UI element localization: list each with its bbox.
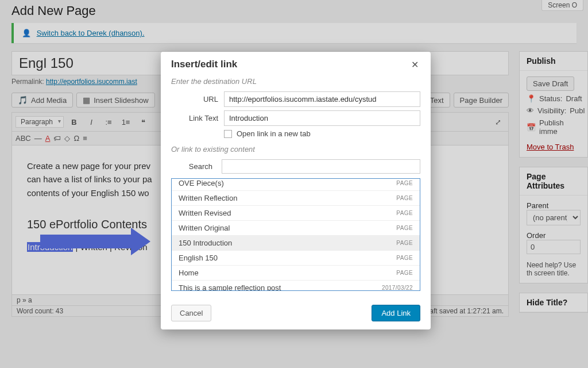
parent-label: Parent — [527, 201, 581, 210]
cancel-button[interactable]: Cancel — [171, 305, 211, 321]
wordcount-value: 43 — [56, 307, 63, 315]
publish-label: Publish imme — [539, 118, 581, 136]
insert-slideshow-label: Insert Slideshow — [94, 96, 148, 105]
parent-select[interactable]: (no parent) — [527, 210, 581, 225]
permalink-label: Permalink: — [11, 78, 44, 86]
result-title: 150 Introduction — [179, 239, 232, 247]
result-title: OVE Piece(s) — [179, 179, 224, 187]
quote-button[interactable]: ❝ — [136, 115, 150, 129]
editor-path: p » a — [17, 296, 32, 304]
result-tag: PAGE — [396, 180, 413, 186]
eye-icon: 👁 — [527, 106, 534, 115]
insert-link-modal: Insert/edit link ✕ Enter the destination… — [161, 52, 431, 329]
key-icon: 📍 — [527, 94, 536, 103]
result-row[interactable]: Written ReflectionPAGE — [172, 191, 420, 206]
modal-close-button[interactable]: ✕ — [409, 59, 420, 70]
attributes-help: Need help? Use th screen title. — [527, 261, 581, 277]
url-label: URL — [171, 95, 218, 103]
result-tag: 2017/03/22 — [382, 285, 413, 291]
page-heading: Add New Page — [11, 0, 577, 23]
fullscreen-icon[interactable]: ⤢ — [491, 115, 505, 129]
annotation-arrow — [40, 228, 155, 255]
bold-button[interactable]: B — [67, 115, 81, 129]
char-button[interactable]: Ω — [74, 134, 79, 143]
outdent-button[interactable]: ≡ — [83, 134, 87, 143]
result-row[interactable]: Written OriginalPAGE — [172, 221, 420, 236]
link-text-label: Link Text — [171, 114, 218, 122]
move-to-trash-link[interactable]: Move to Trash — [527, 143, 574, 151]
wordcount-label: Word count: — [17, 307, 53, 315]
url-input[interactable] — [224, 91, 420, 107]
result-tag: PAGE — [396, 225, 413, 231]
modal-title: Insert/edit link — [171, 59, 237, 70]
result-title: This is a sample reflection post — [179, 283, 281, 291]
slideshow-icon: ▦ — [83, 95, 90, 105]
page-attributes-title: Page Attributes — [520, 167, 587, 195]
status-label: Status: — [539, 94, 562, 103]
search-label: Search — [171, 162, 212, 171]
result-title: English 150 — [179, 254, 218, 262]
result-row[interactable]: HomePAGE — [172, 266, 420, 281]
order-input[interactable] — [527, 240, 581, 254]
add-link-button[interactable]: Add Link — [372, 305, 420, 321]
visibility-value: Publ — [570, 106, 585, 115]
hr-button[interactable]: — — [34, 134, 42, 143]
result-title: Written Revised — [179, 209, 231, 217]
result-tag: PAGE — [396, 255, 413, 261]
add-media-label: Add Media — [31, 96, 67, 105]
number-list-button[interactable]: 1≡ — [119, 115, 133, 129]
screen-options-tab[interactable]: Screen O — [541, 0, 583, 11]
result-row[interactable]: Written RevisedPAGE — [172, 206, 420, 221]
italic-button[interactable]: I — [84, 115, 98, 129]
search-results: OVE Piece(s)PAGEWritten ReflectionPAGEWr… — [171, 178, 420, 291]
result-row[interactable]: 150 IntroductionPAGE — [172, 236, 420, 251]
permalink-url[interactable]: http://eportfolios.isucomm.iast — [46, 78, 137, 86]
bullet-list-button[interactable]: :≡ — [102, 115, 115, 129]
switch-back-link[interactable]: Switch back to Derek (dhanson). — [37, 29, 145, 37]
visibility-label: Visibility: — [537, 106, 566, 115]
user-icon: 👤 — [22, 29, 31, 37]
close-icon: ✕ — [411, 59, 419, 70]
insert-slideshow-button[interactable]: ▦ Insert Slideshow — [76, 93, 154, 108]
result-title: Home — [179, 269, 199, 277]
new-tab-checkbox[interactable] — [224, 130, 232, 138]
format-select[interactable]: Paragraph — [16, 116, 64, 128]
result-tag: PAGE — [396, 240, 413, 246]
result-title: Written Original — [179, 224, 230, 232]
calendar-icon: 📅 — [527, 123, 536, 132]
result-title: Written Reflection — [179, 194, 237, 202]
hide-title-heading: Hide Title? — [520, 293, 587, 312]
publish-box-title: Publish — [520, 52, 587, 71]
save-draft-button[interactable]: Save Draft — [527, 76, 574, 91]
publish-box: Publish Save Draft 📍Status: Draft 👁Visib… — [519, 51, 588, 158]
link-text-input[interactable] — [224, 110, 420, 126]
strike-button[interactable]: ABC — [16, 134, 31, 143]
textcolor-button[interactable]: A — [45, 134, 51, 143]
result-row[interactable]: This is a sample reflection post2017/03/… — [172, 281, 420, 291]
result-row[interactable]: OVE Piece(s)PAGE — [172, 179, 420, 191]
page-attributes-box: Page Attributes Parent (no parent) Order… — [519, 167, 588, 283]
or-link-hint: Or link to existing content — [171, 145, 420, 154]
draft-saved-time: Draft saved at 1:27:21 am. — [423, 307, 504, 315]
result-row[interactable]: English 150PAGE — [172, 251, 420, 266]
clear-button[interactable]: ◇ — [64, 134, 70, 143]
media-icon: 🎵 — [18, 95, 28, 105]
result-tag: PAGE — [396, 195, 413, 201]
modal-hint: Enter the destination URL — [171, 77, 420, 86]
search-input[interactable] — [222, 159, 420, 174]
new-tab-label: Open link in a new tab — [237, 129, 311, 138]
switch-user-notice: 👤 Switch back to Derek (dhanson). — [11, 23, 577, 43]
result-tag: PAGE — [396, 270, 413, 276]
hide-title-box: Hide Title? — [519, 293, 588, 313]
status-value: Draft — [566, 94, 582, 103]
order-label: Order — [527, 231, 581, 240]
tab-page-builder[interactable]: Page Builder — [454, 93, 509, 108]
paste-button[interactable]: 🏷 — [53, 134, 61, 143]
result-tag: PAGE — [396, 210, 413, 216]
add-media-button[interactable]: 🎵 Add Media — [11, 93, 73, 108]
